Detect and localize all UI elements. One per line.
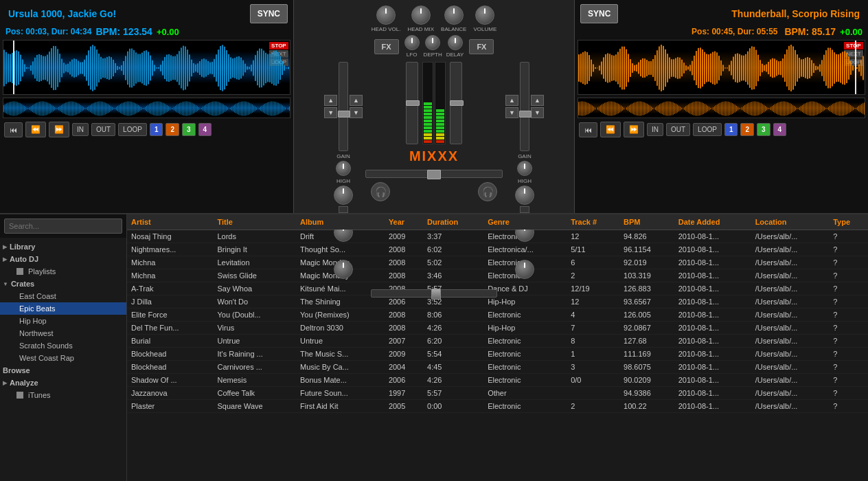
col-track[interactable]: Track #	[567, 214, 619, 230]
channel-fader-right[interactable]	[450, 62, 462, 144]
deck-left-hotcue-3[interactable]: 3	[182, 123, 196, 136]
head-vol-knob[interactable]	[376, 5, 396, 25]
table-container[interactable]: Artist Title Album Year Duration Genre T…	[127, 214, 868, 481]
sidebar-item-east-coast[interactable]: East Coast	[0, 290, 126, 302]
delay-knob[interactable]	[448, 35, 463, 50]
sidebar-item-epic-beats[interactable]: Epic Beats	[0, 302, 126, 315]
col-genre[interactable]: Genre	[483, 214, 567, 230]
high-right-button[interactable]	[520, 206, 529, 213]
table-row[interactable]: MichnaLevitationMagic Monday20085:02Elec…	[127, 256, 868, 269]
depth-knob[interactable]	[425, 35, 440, 50]
deck-left-hotcue-4[interactable]: 4	[198, 123, 212, 136]
sidebar-item-playlists[interactable]: Playlists	[0, 265, 126, 278]
table-row[interactable]: JazzanovaCoffee TalkFuture Soun...19975:…	[127, 387, 868, 400]
col-bpm[interactable]: BPM	[619, 214, 674, 230]
deck-left-out[interactable]: OUT	[91, 123, 115, 136]
head-mix-knob[interactable]	[411, 5, 431, 25]
pitch-down-left2[interactable]: ▼	[350, 107, 363, 118]
balance-knob[interactable]	[444, 5, 464, 25]
table-row[interactable]: BlockheadCarnivores ...Music By Ca...200…	[127, 361, 868, 374]
headphone-left[interactable]: 🎧	[371, 182, 390, 201]
sidebar-item-analyze[interactable]: ▶ Analyze	[0, 377, 126, 389]
col-album[interactable]: Album	[296, 214, 385, 230]
high-right-knob[interactable]	[515, 186, 534, 205]
deck-left-hotcue-2[interactable]: 2	[165, 123, 179, 136]
low-left-knob[interactable]	[334, 260, 353, 279]
search-input[interactable]	[4, 219, 122, 234]
table-row[interactable]: Nightmares...Bringin ItThought So...2008…	[127, 243, 868, 256]
deck-left-hotcue-1[interactable]: 1	[150, 123, 163, 136]
sidebar-item-browse[interactable]: Browse	[0, 364, 126, 377]
pitch-up-right[interactable]: ▲	[505, 95, 518, 106]
col-date[interactable]: Date Added	[674, 214, 751, 230]
table-row[interactable]: PlasterSquare WaveFirst Aid Kit20050:00E…	[127, 400, 868, 413]
lfo-knob[interactable]	[404, 35, 420, 50]
fx-left-btn[interactable]: FX	[374, 39, 399, 54]
deck-right-loop-btn[interactable]: LOOP	[693, 123, 722, 136]
deck-left-prev[interactable]: ⏮	[4, 122, 23, 137]
gain-right-knob[interactable]	[517, 161, 532, 176]
gain-left-knob[interactable]	[336, 161, 351, 176]
deck-right-prev[interactable]: ⏮	[579, 122, 597, 137]
deck-left-sync[interactable]: SYNC	[250, 4, 288, 23]
table-row[interactable]: Del The Fun...VirusDeltron 303020084:26H…	[127, 322, 868, 335]
high-left-knob[interactable]	[334, 186, 353, 205]
sidebar-item-library[interactable]: ▶ Library	[0, 240, 126, 253]
deck-right-hotcue-1[interactable]: 1	[724, 123, 738, 136]
deck-left-forward[interactable]: ⏩	[49, 122, 69, 137]
deck-right-sync[interactable]: SYNC	[580, 4, 618, 23]
table-row[interactable]: Nosaj ThingLordsDrift20093:37Electronic1…	[127, 230, 868, 243]
deck-right-back[interactable]: ⏪	[600, 122, 621, 137]
headphone-right[interactable]: 🎧	[478, 182, 497, 201]
sidebar-item-itunes[interactable]: iTunes	[0, 389, 126, 401]
deck-right-waveform-main[interactable]: STOP NEXT LOOP	[578, 40, 865, 95]
deck-left-loop-btn[interactable]: LOOP	[118, 123, 147, 136]
deck-left-waveform-main[interactable]: // Generate waveform bars dynamically vi…	[3, 40, 290, 95]
col-year[interactable]: Year	[385, 214, 423, 230]
deck-right-hotcue-3[interactable]: 3	[757, 123, 770, 136]
col-location[interactable]: Location	[751, 214, 830, 230]
pitch-strip-right[interactable]	[520, 62, 529, 151]
table-row[interactable]: BlockheadIt's Raining ...The Music S...2…	[127, 348, 868, 361]
high-left-button[interactable]	[339, 206, 348, 213]
sidebar-item-hiphop[interactable]: Hip Hop	[0, 315, 126, 327]
col-artist[interactable]: Artist	[127, 214, 213, 230]
deck-left-in[interactable]: IN	[72, 123, 89, 136]
deck-right-hotcue-4[interactable]: 4	[773, 123, 787, 136]
col-title[interactable]: Title	[213, 214, 296, 230]
deck-right-forward[interactable]: ⏩	[624, 122, 644, 137]
table-row[interactable]: A-TrakSay WhoaKitsuné Mai...20085:57Danc…	[127, 282, 868, 295]
table-row[interactable]: MichnaSwiss GlideMagic Monday20083:46Ele…	[127, 269, 868, 282]
pitch-down-left[interactable]: ▼	[324, 107, 337, 118]
sidebar-item-crates[interactable]: ▼ Crates	[0, 278, 126, 290]
crossfader-track[interactable]	[365, 170, 503, 178]
volume-knob[interactable]	[475, 5, 494, 25]
deck-left-waveform-mini[interactable]	[3, 98, 290, 118]
channel-fader-left[interactable]	[406, 62, 418, 144]
pitch-bar-center[interactable]	[371, 289, 496, 298]
col-type[interactable]: Type	[829, 214, 868, 230]
pitch-strip-left[interactable]	[339, 62, 348, 151]
pitch-up-left2[interactable]: ▲	[350, 95, 363, 106]
pitch-bar-handle[interactable]	[431, 289, 441, 300]
fx-right-btn[interactable]: FX	[469, 39, 494, 54]
deck-right-out[interactable]: OUT	[666, 123, 690, 136]
sidebar-item-autodj[interactable]: ▶ Auto DJ	[0, 253, 126, 265]
deck-left-back[interactable]: ⏪	[25, 122, 46, 137]
deck-right-waveform-mini[interactable]	[578, 98, 865, 118]
low-right-knob[interactable]	[515, 260, 534, 279]
deck-right-hotcue-2[interactable]: 2	[740, 123, 754, 136]
table-row[interactable]: BurialUntrueUntrue20076:20Electronic8127…	[127, 335, 868, 348]
table-row[interactable]: Shadow Of ...NemesisBonus Mate...20064:2…	[127, 374, 868, 387]
col-duration[interactable]: Duration	[423, 214, 483, 230]
pitch-down-right2[interactable]: ▼	[531, 107, 544, 118]
sidebar-item-northwest[interactable]: Northwest	[0, 327, 126, 339]
pitch-up-right2[interactable]: ▲	[531, 95, 544, 106]
pitch-down-right[interactable]: ▼	[505, 107, 518, 118]
deck-right-in[interactable]: IN	[647, 123, 663, 136]
pitch-up-left[interactable]: ▲	[324, 95, 337, 106]
sidebar-item-scratch-sounds[interactable]: Scratch Sounds	[0, 339, 126, 352]
table-row[interactable]: Elite ForceYou (Doubl...You (Remixes)200…	[127, 309, 868, 322]
sidebar-item-west-coast-rap[interactable]: West Coast Rap	[0, 352, 126, 364]
table-row[interactable]: J DillaWon't DoThe Shining20063:52Hip-Ho…	[127, 295, 868, 309]
